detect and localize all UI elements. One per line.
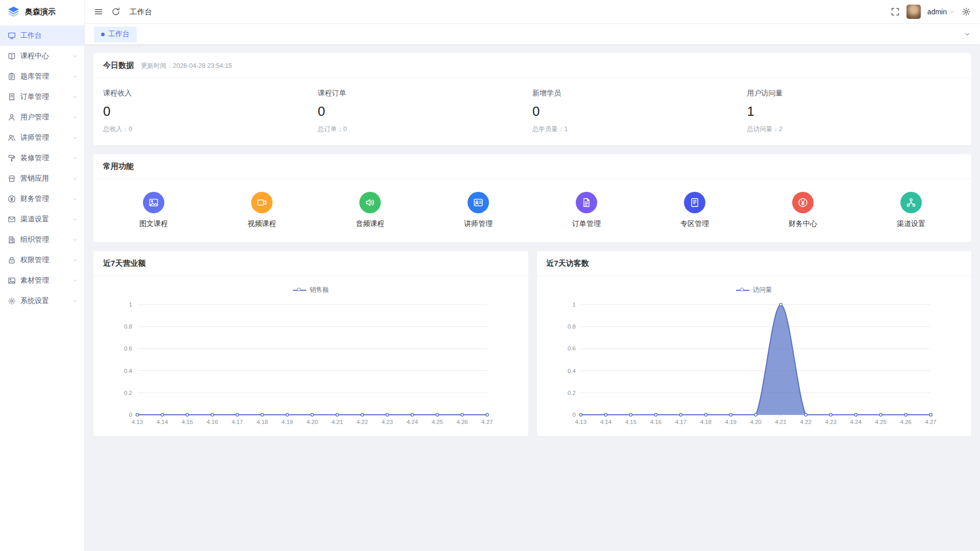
chevron-down-icon [72,135,78,141]
sidebar-item-user-management[interactable]: 用户管理 [0,107,84,128]
visitors-area-chart: 00.20.40.60.814.134.144.154.164.174.184.… [537,295,972,436]
shortcut-label: 专区管理 [680,219,709,229]
shortcut-channel-settings[interactable]: 渠道设置 [857,192,965,229]
shortcut-label: 渠道设置 [897,219,925,229]
sidebar-item-order-management[interactable]: 订单管理 [0,87,84,107]
sidebar-item-material-management[interactable]: 素材管理 [0,270,84,291]
stat-label: 用户访问量 [747,89,962,98]
sidebar-item-organization-management[interactable]: 组织管理 [0,230,84,250]
sidebar-item-label: 装修管理 [20,154,67,163]
shortcut-video-course[interactable]: 视频课程 [208,192,316,229]
shortcut-label: 财务中心 [789,219,817,229]
svg-text:0.8: 0.8 [567,323,575,330]
quick-actions-card: 常用功能 图文课程视频课程音频课程讲师管理订单管理专区管理财务中心渠道设置 [93,154,971,242]
shortcut-label: 图文课程 [139,219,168,229]
svg-text:4.23: 4.23 [825,419,836,425]
picture-icon [143,192,164,213]
avatar[interactable] [906,5,921,19]
svg-text:0.2: 0.2 [124,390,132,396]
revenue-chart-card: 近7天营业额 销售额 00.20.40.60.814.134.144.154.1… [93,251,528,436]
legend-line-marker [293,288,306,293]
app-logo[interactable]: 奥森演示 [0,0,84,24]
fullscreen-icon[interactable] [891,7,900,16]
user-icon [8,113,16,121]
visitors-chart-title: 近7天访客数 [547,259,589,268]
shortcut-image-text-course[interactable]: 图文课程 [100,192,208,229]
shortcut-instructor-management[interactable]: 讲师管理 [424,192,532,229]
legend-item[interactable]: 销售额 [293,286,329,294]
stat-sub: 总收入：0 [103,125,318,134]
tab-label: 工作台 [108,30,130,39]
hamburger-menu-icon[interactable] [94,7,103,16]
instructors-icon [8,134,16,142]
svg-text:0.6: 0.6 [124,345,132,352]
chevron-down-icon [72,94,78,100]
book-icon [8,52,16,60]
gear-icon [8,297,16,305]
building-icon [8,236,16,244]
stat-sub: 总订单：0 [318,125,533,134]
stat-label: 课程订单 [318,89,533,98]
shop-icon [8,174,16,183]
svg-text:1: 1 [572,302,575,308]
refresh-icon[interactable] [111,7,120,16]
visitors-chart-header: 近7天访客数 [537,251,972,276]
content-area: 今日数据 更新时间：2026-04-28 23:54:15 课程收入0总收入：0… [85,44,980,551]
chevron-down-icon [72,257,78,263]
mail-icon [8,215,16,223]
sidebar-item-workbench[interactable]: 工作台 [0,26,84,46]
shortcut-order-management[interactable]: 订单管理 [532,192,641,229]
svg-text:4.24: 4.24 [406,419,418,425]
shortcut-zone-management[interactable]: 专区管理 [641,192,749,229]
sidebar-item-label: 财务管理 [20,194,67,204]
stat-2: 新增学员0总学员量：1 [532,89,747,134]
sidebar: 奥森演示 工作台课程中心题库管理订单管理用户管理讲师管理装修管理营销应用财务管理… [0,0,85,551]
topbar-left: 工作台 [94,7,152,17]
sidebar-item-finance-management[interactable]: 财务管理 [0,189,84,209]
svg-text:4.25: 4.25 [875,419,886,425]
sidebar-item-label: 渠道设置 [20,215,67,224]
svg-text:4.15: 4.15 [625,419,636,425]
sidebar-item-system-settings[interactable]: 系统设置 [0,291,84,311]
chevron-down-icon [72,155,78,161]
user-menu[interactable]: admin [927,8,955,16]
sidebar-item-course-center[interactable]: 课程中心 [0,46,84,66]
revenue-chart-title: 近7天营业额 [103,259,145,268]
svg-text:1: 1 [129,302,132,308]
chevron-down-icon [72,73,78,80]
lock-icon [8,256,16,264]
legend-line-marker [736,288,749,293]
svg-text:4.20: 4.20 [307,419,318,425]
sidebar-item-question-bank[interactable]: 题库管理 [0,66,84,87]
shortcut-finance-center[interactable]: 财务中心 [749,192,857,229]
sidebar-item-permission-management[interactable]: 权限管理 [0,250,84,270]
sidebar-item-channel-settings[interactable]: 渠道设置 [0,209,84,230]
tabs-bar: 工作台 [85,24,980,44]
legend-label: 访问量 [753,286,772,294]
tabs-actions-chevron-down-icon[interactable] [964,31,971,38]
shortcut-label: 视频课程 [248,219,276,229]
svg-text:4.27: 4.27 [925,419,936,425]
sidebar-item-instructor-management[interactable]: 讲师管理 [0,128,84,148]
page-title: 工作台 [130,7,152,17]
quick-actions-row: 图文课程视频课程音频课程讲师管理订单管理专区管理财务中心渠道设置 [93,179,971,242]
tab-workbench[interactable]: 工作台 [94,27,137,42]
svg-text:0.8: 0.8 [124,323,132,330]
sidebar-item-marketing-apps[interactable]: 营销应用 [0,168,84,189]
svg-text:0.4: 0.4 [567,368,576,374]
svg-text:4.16: 4.16 [207,419,218,425]
today-card-title: 今日数据 [103,61,134,70]
sidebar-item-label: 系统设置 [20,296,67,306]
shortcut-audio-course[interactable]: 音频课程 [316,192,424,229]
svg-text:0.2: 0.2 [567,390,575,396]
sidebar-item-decoration-management[interactable]: 装修管理 [0,148,84,168]
receipt-icon [8,93,16,101]
settings-icon[interactable] [962,7,971,16]
sidebar-item-label: 素材管理 [20,276,67,285]
legend-item[interactable]: 访问量 [736,286,772,294]
monitor-icon [8,32,16,40]
sidebar-item-label: 工作台 [20,31,78,40]
stat-value: 1 [747,104,962,119]
shortcut-label: 讲师管理 [464,219,493,229]
svg-text:4.26: 4.26 [456,419,468,425]
